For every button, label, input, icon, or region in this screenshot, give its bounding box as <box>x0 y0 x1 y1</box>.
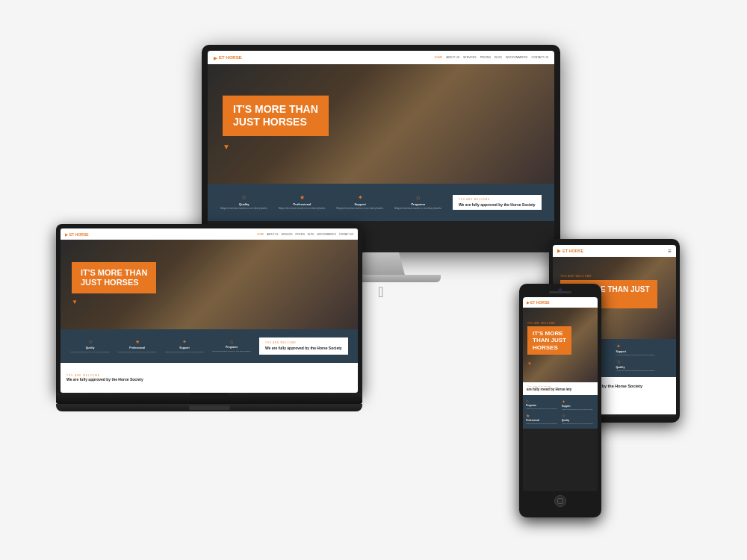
phone-professional-label: Professional <box>526 419 559 422</box>
laptop-hero: IT'S MORE THAN JUST HORSES ▼ <box>61 240 358 329</box>
laptop-feature-programs: ⌂ Programs Magna fermentum iaculis eu no… <box>212 339 252 352</box>
phone-features: ⌂ Programs Magna fermentum iaculis eu no… <box>523 395 598 429</box>
laptop-quality-label: Quality <box>86 346 95 349</box>
phone-hero-title2: THAN JUST <box>533 337 566 344</box>
monitor-feature-support: ✦ Support Magna fermentum iaculis eu non… <box>337 194 384 211</box>
phone-support-label: Support <box>562 405 595 408</box>
phone-feature-quality: ☆ Quality Magna fermentum iaculis eu non… <box>562 413 595 425</box>
tablet-support-icon: ✦ <box>616 343 621 349</box>
phone-programs-icon: ⌂ <box>526 399 559 403</box>
monitor-hero-title-line1: IT'S MORE THAN <box>233 103 318 116</box>
monitor-welcome-title: We are fully approved by the Horse Socie… <box>459 202 536 208</box>
monitor-hero-chevron: ▼ <box>223 143 230 151</box>
monitor-welcome-section: YOU ARE WELCOME We are fully approved by… <box>453 195 542 211</box>
phone-feature-support: ✦ Support Magna fermentum iaculis eu non… <box>562 399 595 411</box>
phone-home-button[interactable] <box>554 495 566 507</box>
laptop-professional-label: Professional <box>129 346 145 349</box>
phone-home-inner <box>557 498 563 504</box>
tablet-quality-label: Quality <box>616 366 625 369</box>
phone-welcome-section: YOU ARE WELCOME are fully roved by Horse… <box>523 382 598 395</box>
phone-section-title: are fully roved by Horse iety <box>527 388 594 392</box>
laptop-programs-label: Programs <box>226 346 238 349</box>
professional-label: Professional <box>293 202 311 206</box>
laptop-hero-title1: IT'S MORE THAN <box>81 268 147 278</box>
phone-programs-text: Magna fermentum iaculis eu non diam phas… <box>526 408 559 410</box>
tablet-menu-icon: ≡ <box>668 248 672 255</box>
laptop-programs-icon: ⌂ <box>230 339 233 344</box>
tablet-feature-support: ✦ Support Magna fermentum iaculis eu non… <box>616 343 674 356</box>
laptop-feature-quality: ☆ Quality Magna fermentum iaculis eu non… <box>70 339 110 353</box>
phone-support-icon: ✦ <box>562 399 595 404</box>
monitor-screen: ▶ ET HORSE HOME ABOUT US SERVICES PRICIN… <box>208 51 554 252</box>
tablet-logo: ▶ ET HORSE <box>557 249 583 253</box>
support-label: Support <box>354 202 365 206</box>
laptop-professional-icon: ★ <box>135 339 140 345</box>
phone-logo-arrow: ▶ <box>527 300 530 305</box>
laptop-welcome-bar: YOU ARE WELCOME We are fully approved by… <box>61 363 358 393</box>
laptop-screen: ▶ ET HORSE HOME ABOUT US SERVICES PRICIN… <box>61 228 358 393</box>
monitor-nav-blog: BLOG <box>495 56 502 59</box>
phone-screen: ▶ ET HORSE YOU ARE WELCOME IT'S MORE THA… <box>523 297 598 491</box>
phone-quality-icon: ☆ <box>562 413 595 418</box>
monitor-feature-programs: ⌂ Programs Magna fermentum iaculis eu no… <box>394 194 441 211</box>
support-text: Magna fermentum iaculis eu non diam phas… <box>337 208 384 211</box>
tablet-feature-quality: ☆ Quality Magna fermentum iaculis eu non… <box>616 359 674 372</box>
phone-quality-label: Quality <box>562 419 595 422</box>
quality-label: Quality <box>239 202 249 206</box>
phone-logo-text: ET HORSE <box>530 300 550 305</box>
phone-professional-text: Magna fermentum iaculis eu non diam phas… <box>526 423 559 425</box>
laptop-quality-icon: ☆ <box>88 339 93 345</box>
laptop-nav-blog: BLOG <box>308 233 314 236</box>
monitor-nav-services: SERVICES <box>463 56 477 59</box>
tablet-logo-arrow: ▶ <box>557 249 561 253</box>
laptop-support-text: Magna fermentum iaculis eu non diam phas… <box>165 351 205 353</box>
laptop-logo: ▶ ET HORSE <box>65 232 89 237</box>
phone-feature-programs: ⌂ Programs Magna fermentum iaculis eu no… <box>526 399 559 411</box>
monitor-nav-home: HOME <box>435 56 443 59</box>
phone-hero-box: IT'S MORE THAN JUST HORSES <box>527 326 571 355</box>
professional-text: Magna fermentum iaculis eu non diam phas… <box>279 208 326 211</box>
phone-hero-title1: IT'S MORE <box>533 330 566 337</box>
monitor-feature-professional: ★ Professional Magna fermentum iaculis e… <box>279 194 326 211</box>
phone-hero-title3: HORSES <box>533 344 566 352</box>
laptop-support-icon: ✦ <box>182 339 187 345</box>
programs-text: Magna fermentum iaculis eu non diam phas… <box>394 208 441 211</box>
laptop-welcome-tag: YOU ARE WELCOME <box>265 341 342 344</box>
phone-feature-professional: ★ Professional Magna fermentum iaculis e… <box>526 413 559 425</box>
quality-icon: ☆ <box>241 194 247 201</box>
phone-programs-label: Programs <box>526 404 559 407</box>
phone-quality-text: Magna fermentum iaculis eu non diam phas… <box>562 423 595 425</box>
laptop-features: ☆ Quality Magna fermentum iaculis eu non… <box>61 329 358 363</box>
phone-device: ▶ ET HORSE YOU ARE WELCOME IT'S MORE THA… <box>519 284 601 517</box>
tablet-quality-icon: ☆ <box>616 359 621 365</box>
phone-camera <box>559 288 562 292</box>
laptop-hinge <box>190 393 228 396</box>
laptop-base <box>56 404 362 411</box>
monitor-nav-about: ABOUT US <box>446 56 459 59</box>
quality-text: Magna fermentum iaculis eu non diam phas… <box>220 208 267 211</box>
monitor-nav: ▶ ET HORSE HOME ABOUT US SERVICES PRICIN… <box>208 51 554 64</box>
laptop-nav: ▶ ET HORSE HOME ABOUT US SERVICES PRICIN… <box>61 228 358 240</box>
professional-icon: ★ <box>300 194 305 201</box>
monitor-welcome-tag: YOU ARE WELCOME <box>459 198 536 201</box>
tablet-logo-text: ET HORSE <box>562 249 583 253</box>
laptop-support-label: Support <box>179 346 189 349</box>
monitor-nav-links: HOME ABOUT US SERVICES PRICING BLOG WOOC… <box>435 56 548 59</box>
tablet-welcome-tag: YOU ARE WELCOME <box>560 275 657 278</box>
laptop-hero-title2: JUST HORSES <box>81 278 147 287</box>
laptop-body <box>56 393 362 404</box>
monitor-feature-quality: ☆ Quality Magna fermentum iaculis eu non… <box>220 194 267 211</box>
tablet-nav: ▶ ET HORSE ≡ <box>553 245 676 257</box>
monitor-features: ☆ Quality Magna fermentum iaculis eu non… <box>208 184 554 221</box>
laptop-professional-text: Magna fermentum iaculis eu non diam phas… <box>117 351 157 353</box>
laptop-device: ▶ ET HORSE HOME ABOUT US SERVICES PRICIN… <box>56 224 362 411</box>
laptop-nav-contact: CONTACT US <box>339 233 353 236</box>
phone-outer: ▶ ET HORSE YOU ARE WELCOME IT'S MORE THA… <box>519 284 601 517</box>
laptop-nav-services: SERVICES <box>281 233 292 236</box>
laptop-nav-pricing: PRICING <box>296 233 306 236</box>
monitor-hero: IT'S MORE THAN JUST HORSES ▼ <box>208 64 554 184</box>
phone-professional-icon: ★ <box>526 413 559 418</box>
tablet-quality-text: Magna fermentum iaculis eu non diam phas… <box>616 370 656 372</box>
laptop-feature-support: ✦ Support Magna fermentum iaculis eu non… <box>165 339 205 353</box>
laptop-nav-about: ABOUT US <box>267 233 278 236</box>
